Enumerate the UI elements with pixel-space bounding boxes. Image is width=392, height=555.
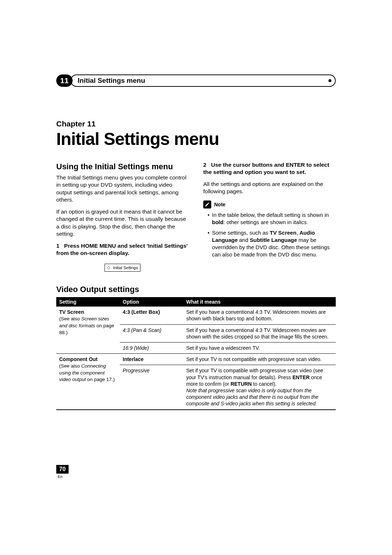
note-header: Note (203, 200, 336, 208)
cell-option: Progressive (120, 365, 183, 410)
cell-option: 4:3 (Pan & Scan) (120, 324, 183, 342)
step-2-text: Use the cursor buttons and ENTER to sele… (203, 162, 329, 175)
section-heading-using: Using the Initial Settings menu (56, 161, 189, 172)
note-item-1: In the table below, the default setting … (208, 211, 336, 226)
chapter-label: Chapter 11 (56, 119, 336, 128)
intro-paragraph-1: The Initial Settings menu gives you comp… (56, 174, 189, 204)
cell-option: 16:9 (Wide) (120, 343, 183, 354)
page-language: En (56, 474, 69, 479)
chapter-title: Initial Settings menu (56, 129, 336, 149)
header-title-pill: Initial Settings menu (70, 74, 336, 87)
th-means: What it means (183, 297, 336, 307)
chapter-heading: Chapter 11 Initial Settings menu (56, 119, 336, 149)
cell-meaning: Set if you have a conventional 4:3 TV. W… (183, 324, 336, 342)
page-footer: 70 En (56, 465, 69, 479)
diamond-icon (107, 266, 111, 270)
callout-label: Initial Settings (113, 265, 138, 271)
left-column: Using the Initial Settings menu The Init… (56, 161, 189, 272)
page-number: 70 (56, 465, 69, 474)
intro-paragraph-2: If an option is grayed out it means that… (56, 208, 189, 238)
table-row: TV Screen (See also Screen sizes and dis… (56, 307, 336, 324)
video-output-table: Setting Option What it means TV Screen (… (56, 297, 336, 410)
note-list: In the table below, the default setting … (203, 211, 336, 258)
cell-setting-tvscreen: TV Screen (See also Screen sizes and dis… (56, 307, 120, 353)
step-1: 1 Press HOME MENU and select 'Initial Se… (56, 242, 189, 257)
header-title: Initial Settings menu (78, 77, 145, 85)
cell-option: Interlace (120, 354, 183, 365)
chapter-number-badge: 11 (56, 74, 73, 87)
cell-meaning: Set if you have a conventional 4:3 TV. W… (183, 307, 336, 324)
step-1-text: Press HOME MENU and select 'Initial Sett… (56, 243, 188, 256)
step-1-number: 1 (56, 243, 60, 249)
step-2-followup: All the settings and options are explain… (203, 181, 336, 195)
th-option: Option (120, 297, 183, 307)
cell-option: 4:3 (Letter Box) (120, 307, 183, 324)
cell-meaning: Set if your TV is not compatible with pr… (183, 354, 336, 365)
note-item-2: Some settings, such as TV Screen, Audio … (208, 229, 336, 258)
note-label: Note (214, 201, 225, 208)
cell-meaning: Set if your TV is compatible with progre… (183, 365, 336, 410)
step-2-number: 2 (203, 162, 207, 168)
right-column: 2 Use the cursor buttons and ENTER to se… (203, 161, 336, 272)
initial-settings-callout: Initial Settings (105, 264, 140, 272)
pencil-icon (203, 200, 211, 208)
table-row: Component Out (See also Connecting using… (56, 354, 336, 365)
section-heading-video-output: Video Output settings (56, 285, 336, 294)
page-header: 11 Initial Settings menu (56, 74, 336, 87)
step-2: 2 Use the cursor buttons and ENTER to se… (203, 161, 336, 176)
th-setting: Setting (56, 297, 120, 307)
cell-meaning: Set if you have a widescreen TV. (183, 343, 336, 354)
cell-setting-component: Component Out (See also Connecting using… (56, 354, 120, 410)
